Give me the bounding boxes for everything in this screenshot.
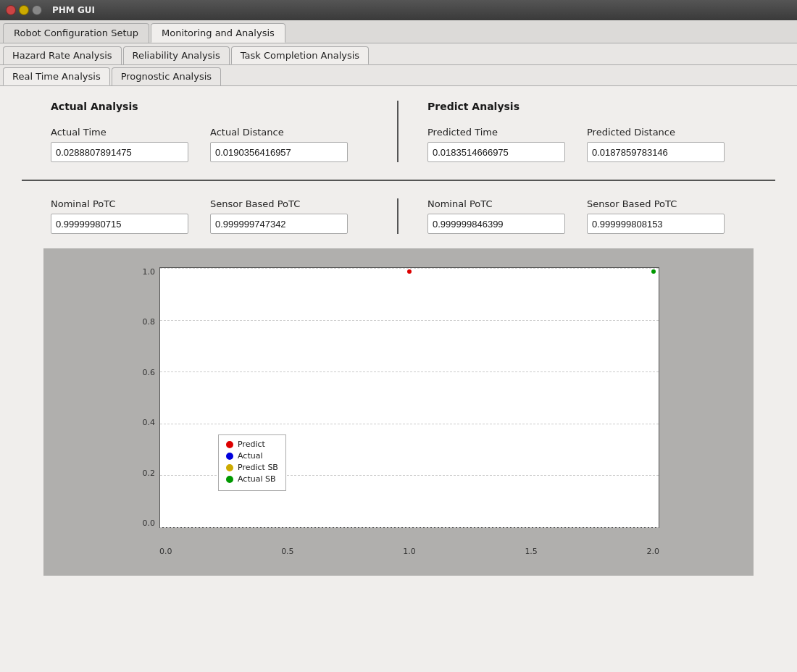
x-axis: 0.0 0.5 1.0 1.5 2.0 [159, 544, 659, 564]
main-window: Robot Configuration Setup Monitoring and… [0, 20, 797, 672]
predict-analysis-panel: Predict Analysis Predicted Time Predicte… [398, 101, 775, 162]
actual-time-input[interactable] [51, 142, 188, 162]
actual-distance-group: Actual Distance [210, 127, 348, 162]
predict-sensor-potc-group: Sensor Based PoTC [587, 198, 725, 234]
window-controls [6, 5, 42, 15]
predict-potc-panel: Nominal PoTC Sensor Based PoTC [398, 198, 775, 234]
legend-actual: Actual [226, 451, 278, 461]
actual-analysis-panel: Actual Analysis Actual Time Actual Dista… [22, 101, 398, 162]
y-axis: 1.0 0.8 0.6 0.4 0.2 0.0 [123, 267, 158, 528]
chart-plot: Predict Actual Predict SB Actual SB [159, 267, 659, 528]
y-label-4: 0.4 [143, 418, 159, 427]
legend-actual-sb: Actual SB [226, 474, 278, 484]
actual-nominal-potc-label: Nominal PoTC [51, 198, 188, 209]
y-label-6: 0.0 [143, 518, 159, 528]
window-title: PHM GUI [52, 5, 95, 15]
actual-sensor-potc-input[interactable] [210, 214, 348, 234]
chart-inner: 1.0 0.8 0.6 0.4 0.2 0.0 [123, 260, 674, 564]
chart-legend: Predict Actual Predict SB Actual SB [218, 434, 286, 491]
actual-potc-panel: Nominal PoTC Sensor Based PoTC [22, 198, 398, 234]
predicted-distance-input[interactable] [587, 142, 725, 162]
tab-task-completion[interactable]: Task Completion Analysis [231, 46, 369, 64]
minimize-button[interactable] [19, 5, 29, 15]
actual-nominal-potc-group: Nominal PoTC [51, 198, 188, 234]
legend-predict-icon [226, 441, 233, 448]
grid-line-top [160, 268, 659, 269]
legend-predict-sb-label: Predict SB [238, 463, 278, 472]
actual-distance-input[interactable] [210, 142, 348, 162]
tab-hazard-rate[interactable]: Hazard Rate Analysis [3, 46, 122, 64]
legend-predict: Predict [226, 440, 278, 449]
y-label-2: 0.8 [143, 317, 159, 327]
content-area: Actual Analysis Actual Time Actual Dista… [0, 86, 797, 672]
predicted-distance-group: Predicted Distance [587, 127, 725, 162]
predict-nominal-potc-label: Nominal PoTC [427, 198, 565, 209]
grid-line-bottom [160, 527, 659, 528]
legend-actual-sb-icon [226, 476, 233, 483]
actual-time-group: Actual Time [51, 127, 188, 162]
predict-nominal-potc-input[interactable] [427, 214, 565, 234]
legend-actual-label: Actual [238, 451, 262, 461]
top-analysis-grid: Actual Analysis Actual Time Actual Dista… [22, 101, 775, 181]
tab-bar-level3: Real Time Analysis Prognostic Analysis [0, 65, 797, 86]
titlebar: PHM GUI [0, 0, 797, 20]
actual-sb-point [651, 269, 656, 274]
actual-nominal-potc-input[interactable] [51, 214, 188, 234]
tab-monitoring[interactable]: Monitoring and Analysis [151, 23, 285, 43]
predicted-time-group: Predicted Time [427, 127, 565, 162]
predict-bottom-fields: Nominal PoTC Sensor Based PoTC [427, 198, 761, 234]
predicted-distance-label: Predicted Distance [587, 127, 725, 138]
legend-actual-icon [226, 453, 233, 460]
predict-nominal-potc-group: Nominal PoTC [427, 198, 565, 234]
predict-analysis-title: Predict Analysis [427, 101, 761, 112]
predicted-time-label: Predicted Time [427, 127, 565, 138]
close-button[interactable] [6, 5, 16, 15]
legend-predict-label: Predict [238, 440, 265, 449]
bottom-analysis-grid: Nominal PoTC Sensor Based PoTC Nominal P… [22, 198, 775, 234]
tab-realtime[interactable]: Real Time Analysis [3, 67, 110, 85]
tab-bar-level1: Robot Configuration Setup Monitoring and… [0, 20, 797, 43]
actual-time-label: Actual Time [51, 127, 188, 138]
predict-sensor-potc-label: Sensor Based PoTC [587, 198, 725, 209]
x-label-2: 1.0 [403, 547, 416, 556]
x-label-4: 2.0 [647, 547, 660, 556]
tab-robot-config[interactable]: Robot Configuration Setup [3, 23, 149, 43]
chart-container: 1.0 0.8 0.6 0.4 0.2 0.0 [43, 248, 754, 576]
x-label-0: 0.0 [159, 547, 172, 556]
grid-line-1 [160, 320, 659, 321]
legend-predict-sb-icon [226, 464, 233, 471]
actual-sensor-potc-group: Sensor Based PoTC [210, 198, 348, 234]
y-label-3: 0.6 [143, 368, 159, 377]
tab-bar-level2: Hazard Rate Analysis Reliability Analysi… [0, 43, 797, 65]
actual-bottom-fields: Nominal PoTC Sensor Based PoTC [51, 198, 383, 234]
grid-line-2 [160, 371, 659, 372]
maximize-button[interactable] [32, 5, 42, 15]
actual-distance-label: Actual Distance [210, 127, 348, 138]
actual-analysis-title: Actual Analysis [51, 101, 383, 112]
x-label-3: 1.5 [525, 547, 538, 556]
predicted-time-input[interactable] [427, 142, 565, 162]
y-label-1: 1.0 [143, 267, 159, 277]
actual-sensor-potc-label: Sensor Based PoTC [210, 198, 348, 209]
predict-sensor-potc-input[interactable] [587, 214, 725, 234]
tab-reliability[interactable]: Reliability Analysis [123, 46, 230, 64]
x-label-1: 0.5 [281, 547, 294, 556]
y-label-5: 0.2 [143, 469, 159, 478]
predict-point [407, 269, 412, 274]
grid-line-3 [160, 424, 659, 424]
actual-top-fields: Actual Time Actual Distance [51, 127, 383, 162]
legend-predict-sb: Predict SB [226, 463, 278, 472]
predict-top-fields: Predicted Time Predicted Distance [427, 127, 761, 162]
legend-actual-sb-label: Actual SB [238, 474, 276, 484]
tab-prognostic[interactable]: Prognostic Analysis [112, 67, 221, 85]
